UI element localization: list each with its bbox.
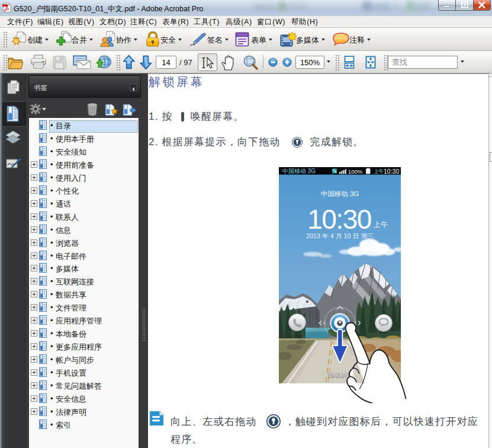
svg-text:中国移动 3G: 中国移动 3G	[282, 168, 316, 174]
svg-text:10:30: 10:30	[307, 204, 371, 235]
svg-text:100%: 100%	[348, 168, 363, 175]
svg-text:上午: 上午	[374, 220, 388, 229]
svg-text:2013 年 4 月 10 日 周三: 2013 年 4 月 10 日 周三	[306, 232, 374, 239]
svg-text:上午: 上午	[374, 168, 384, 174]
svg-text:中国移动 3G: 中国移动 3G	[321, 190, 359, 197]
svg-text:10:30: 10:30	[384, 168, 399, 175]
